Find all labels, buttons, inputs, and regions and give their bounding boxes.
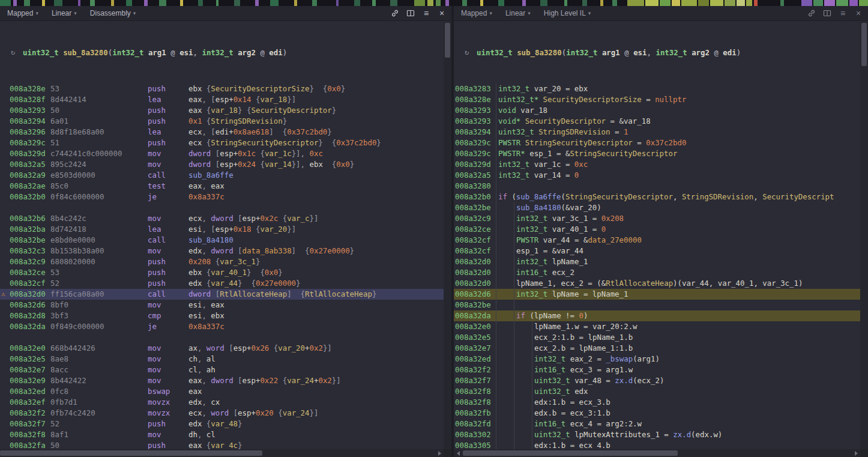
hlil-row[interactable]: 008a32cfPWSTR var_44 = &data_27e0000 (454, 235, 860, 246)
linear-dropdown[interactable]: Linear ▾ (52, 9, 77, 17)
disasm-row[interactable]: 008a32ed0fc8bswapeax (0, 386, 444, 397)
hlil-row[interactable]: 008a32d0int16_t ecx_2 (454, 267, 860, 278)
disasm-row[interactable]: 008a32d68bf0movesi, eax (0, 300, 444, 310)
hlil-row[interactable]: 008a32besub_8a4180(&var_20) (454, 202, 860, 213)
disassembly-view[interactable]: ↻ uint32_t sub_8a3280(int32_t arg1 @ esi… (0, 22, 444, 449)
disasm-row[interactable]: 008a32a5895c2424movdword [esp+0x24 {var_… (0, 159, 444, 170)
function-signature[interactable]: ↻ uint32_t sub_8a3280(int32_t arg1 @ esi… (0, 47, 444, 58)
scroll-left-arrow[interactable] (454, 449, 462, 457)
disasm-row[interactable]: 008a32ef0fb7d1movzxedx, cx (0, 397, 444, 408)
disasm-row[interactable]: 008a328f8d442414leaeax, [esp+0x14 {var_1… (0, 94, 444, 105)
disasm-row[interactable]: 008a32b68b4c242cmovecx, dword [esp+0x2c … (0, 213, 444, 224)
disasm-row[interactable]: 008a32f88af1movdh, cl (0, 429, 444, 440)
disasm-row[interactable]: 008a32ae85c0testeax, eax (0, 181, 444, 192)
hlil-row[interactable]: 008a32e0lpName_1.w = var_20:2.w (454, 321, 860, 332)
disasm-row[interactable]: 008a32cf52pushedx {var_44} {0x27e0000} (0, 278, 444, 289)
hlil-row[interactable]: 008a3283int32_t var_20 = ebx (454, 83, 860, 94)
disasm-row[interactable]: 008a32ce53pushebx {var_40_1} {0x0} (0, 267, 444, 278)
close-icon[interactable]: × (437, 8, 447, 18)
disasm-row[interactable]: 008a32e98b442422moveax, dword [esp+0x22 … (0, 375, 444, 386)
left-vertical-scrollbar[interactable] (444, 22, 451, 449)
feature-map[interactable] (0, 0, 868, 6)
hlil-row[interactable]: 008a32ceint32_t var_40_1 = 0 (454, 224, 860, 235)
disasm-row[interactable]: 008a32da0f849c000000je0x8a337c (0, 321, 444, 332)
hlil-row[interactable]: 008a3305edx:1.b = ecx_4.b (454, 440, 860, 449)
menu-icon[interactable]: ≡ (421, 8, 431, 18)
function-signature[interactable]: ↻ uint32_t sub_8a3280(int32_t arg1 @ esi… (454, 47, 860, 58)
right-vertical-scrollbar[interactable] (860, 22, 868, 449)
disasm-row[interactable]: 008a32c38b1538b38a00movedx, dword [data_… (0, 246, 444, 256)
disasm-row[interactable]: 008a32fa50pusheax {var_4c} (0, 440, 444, 449)
hlil-row[interactable]: 008a3293void* SecurityDescriptor = &var_… (454, 116, 860, 127)
hlil-row[interactable]: 008a3294uint32_t StringSDRevision = 1 (454, 127, 860, 138)
hlil-row[interactable]: 008a329cPWSTR StringSecurityDescriptor =… (454, 138, 860, 148)
left-horizontal-scrollbar[interactable] (0, 449, 444, 457)
hlil-row[interactable]: 008a32e5ecx_2:1.b = lpName_1.b (454, 332, 860, 343)
disasm-row[interactable] (0, 332, 444, 343)
disasm-row[interactable]: 008a32e78accmovcl, ah (0, 365, 444, 375)
disasm-row[interactable]: 008a32d83bf3cmpesi, ebx (0, 310, 444, 321)
scroll-right-arrow[interactable] (852, 449, 860, 457)
hlil-row[interactable]: 008a32f2int16_t ecx_3 = arg1.w (454, 365, 860, 375)
right-horizontal-scrollbar[interactable] (454, 449, 860, 457)
hlil-row[interactable]: 008a32edint32_t eax_2 = _bswap(arg1) (454, 354, 860, 365)
hlil-row[interactable]: 008a32d0lpName_1, ecx_2 = (&RtlAllocateH… (454, 278, 860, 289)
split-icon[interactable] (406, 8, 415, 18)
hlil-row[interactable]: 008a32f8uint32_t edx (454, 386, 860, 397)
hlil-row[interactable]: 008a32a5int32_t var_14 = 0 (454, 170, 860, 181)
right-vertical-scroll-thumb[interactable] (861, 23, 867, 66)
hlil-row[interactable]: 008a328euint32_t* SecurityDescriptorSize… (454, 94, 860, 105)
hlil-row[interactable]: 008a32fdint16_t ecx_4 = arg2:2.w (454, 419, 860, 429)
hlil-row[interactable]: 008a3280 (454, 181, 860, 192)
hlil-row[interactable]: 008a32b0if (sub_8a6ffe(StringSecurityDes… (454, 192, 860, 202)
view-type-dropdown[interactable]: Disassembly ▾ (90, 9, 136, 17)
right-horizontal-scroll-thumb[interactable] (463, 450, 678, 456)
hlil-row[interactable]: 008a3302uint32_t lpMutexAttributes_1 = z… (454, 429, 860, 440)
hlil-row[interactable]: 008a3293void var_18 (454, 105, 860, 116)
menu-icon[interactable]: ≡ (838, 8, 848, 18)
disasm-row[interactable]: 008a32f752pushedx {var_48} (0, 419, 444, 429)
disasm-row[interactable]: 008a32946a01push0x1 {StringSDRevision} (0, 116, 444, 127)
operands: ecx, [edi+0x8ae618] {0x37c2bd0} (188, 127, 332, 136)
disasm-row[interactable]: ⚠008a32d0ff156ca08a00calldword [RtlAlloc… (0, 289, 444, 300)
hlil-row[interactable]: 008a32d0int32_t lpName_1 (454, 256, 860, 267)
disasm-row[interactable]: 008a32e0668b442426movax, word [esp+0x26 … (0, 343, 444, 354)
hlil-row[interactable]: 008a32be (454, 300, 860, 310)
hlil-row[interactable]: 008a32f7uint32_t var_48 = zx.d(ecx_2) (454, 375, 860, 386)
disasm-row[interactable]: 008a329dc744241c0c000000movdword [esp+0x… (0, 148, 444, 159)
hlil-row[interactable]: 008a32c9int32_t var_3c_1 = 0x208 (454, 213, 860, 224)
split-icon[interactable] (822, 8, 832, 18)
left-horizontal-scroll-thumb[interactable] (0, 450, 262, 456)
mapped-dropdown[interactable]: Mapped ▾ (461, 9, 492, 17)
close-icon[interactable]: × (854, 8, 863, 18)
left-vertical-scroll-thumb[interactable] (445, 23, 450, 58)
hlil-row[interactable]: 008a32fbedx.b = ecx_3:1.b (454, 408, 860, 419)
disasm-row[interactable]: 008a32bee8bd0e0000callsub_8a4180 (0, 235, 444, 246)
hlil-row[interactable]: 008a32cfesp_1 = &var_44 (454, 246, 860, 256)
hlil-row[interactable]: 008a329cPWSTR* esp_1 = &StringSecurityDe… (454, 148, 860, 159)
disasm-row[interactable]: 008a32b00f84c6000000je0x8a337c (0, 192, 444, 202)
disasm-row[interactable]: 008a32ba8d742418leaesi, [esp+0x18 {var_2… (0, 224, 444, 235)
disasm-row[interactable]: 008a329c51pushecx {StringSecurityDescrip… (0, 138, 444, 148)
code-token: zx.d (673, 430, 691, 439)
link-icon[interactable] (807, 8, 816, 18)
disasm-row[interactable]: 008a32c96808020000push0x208 {var_3c_1} (0, 256, 444, 267)
hlil-row[interactable]: 008a32e7ecx_2.b = lpName_1:1.b (454, 343, 860, 354)
hlil-row[interactable]: 008a32d6int32_t lpName = lpName_1 (454, 289, 860, 300)
disasm-row[interactable] (0, 202, 444, 213)
hlil-view[interactable]: ↻ uint32_t sub_8a3280(int32_t arg1 @ esi… (454, 22, 860, 449)
link-icon[interactable] (390, 8, 400, 18)
disasm-row[interactable]: 008a32e58ae8movch, al (0, 354, 444, 365)
hlil-row[interactable]: 008a329dint32_t var_1c = 0xc (454, 159, 860, 170)
hlil-row[interactable]: 008a32f8edx:1.b = ecx_3.b (454, 397, 860, 408)
view-type-dropdown[interactable]: High Level IL ▾ (544, 9, 591, 17)
hlil-row[interactable]: 008a32daif (lpName != 0) (454, 310, 860, 321)
linear-dropdown[interactable]: Linear ▾ (505, 9, 531, 17)
mapped-dropdown[interactable]: Mapped ▾ (7, 9, 38, 17)
disasm-row[interactable]: 008a32a9e8503d0000callsub_8a6ffe (0, 170, 444, 181)
disasm-row[interactable]: 008a328e53pushebx {SecurityDescriptorSiz… (0, 83, 444, 94)
disasm-row[interactable]: 008a32f20fb74c2420movzxecx, word [esp+0x… (0, 408, 444, 419)
disasm-row[interactable]: 008a32968d8f18e68a00leaecx, [edi+0x8ae61… (0, 127, 444, 138)
scroll-right-arrow[interactable] (435, 449, 444, 457)
disasm-row[interactable]: 008a329350pusheax {var_18} {SecurityDesc… (0, 105, 444, 116)
